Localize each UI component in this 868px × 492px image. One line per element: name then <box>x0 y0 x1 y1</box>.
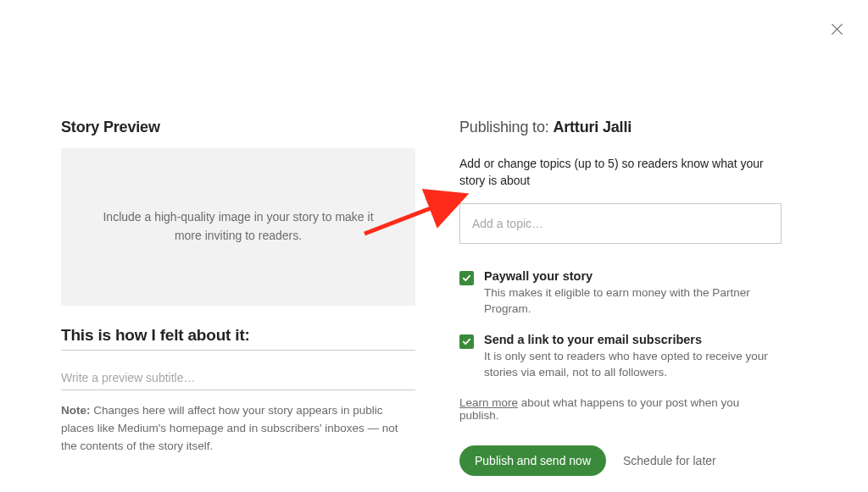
preview-note-text: Changes here will affect how your story … <box>61 404 398 452</box>
learn-more-link[interactable]: Learn more <box>459 396 518 409</box>
publishing-to-label: Publishing to: <box>459 119 553 135</box>
publish-settings-panel: Publishing to: Artturi Jalli Add or chan… <box>459 119 782 492</box>
story-preview-title: Story Preview <box>61 119 415 136</box>
preview-title-input[interactable] <box>61 321 415 351</box>
paywall-checkbox[interactable] <box>459 271 474 285</box>
preview-note: Note: Changes here will affect how your … <box>61 402 415 456</box>
learn-more-line: Learn more about what happens to your po… <box>459 396 782 422</box>
preview-image-hint: Include a high-quality image in your sto… <box>103 208 374 245</box>
publishing-to: Publishing to: Artturi Jalli <box>459 119 782 136</box>
preview-subtitle-input[interactable] <box>61 368 415 390</box>
topics-label: Add or change topics (up to 5) so reader… <box>459 155 782 190</box>
email-subscribers-title: Send a link to your email subscribers <box>484 333 782 346</box>
publish-button[interactable]: Publish and send now <box>459 445 606 476</box>
preview-note-bold: Note: <box>61 404 91 417</box>
schedule-for-later[interactable]: Schedule for later <box>623 454 716 467</box>
paywall-title: Paywall your story <box>484 269 782 283</box>
preview-image-well[interactable]: Include a high-quality image in your sto… <box>61 148 415 306</box>
publishing-to-name: Artturi Jalli <box>553 119 632 135</box>
email-subscribers-subtitle: It is only sent to readers who have opte… <box>484 348 782 381</box>
close-icon[interactable] <box>828 20 846 38</box>
email-subscribers-checkbox[interactable] <box>459 334 474 349</box>
paywall-row: Paywall your story This makes it eligibl… <box>459 269 782 318</box>
email-subscribers-row: Send a link to your email subscribers It… <box>459 333 782 381</box>
story-preview-panel: Story Preview Include a high-quality ima… <box>61 119 415 492</box>
paywall-subtitle: This makes it eligible to earn money wit… <box>484 285 782 318</box>
topic-input[interactable] <box>459 203 782 244</box>
